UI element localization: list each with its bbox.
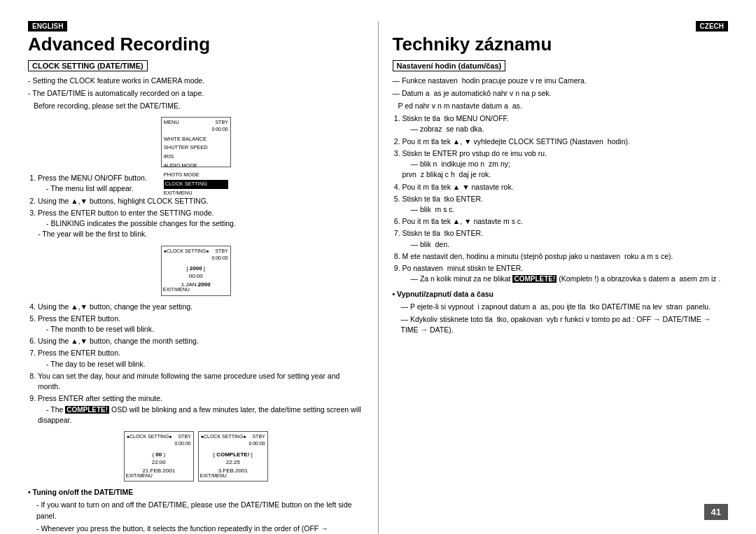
- left-section-heading: CLOCK SETTING (DATE/TIME): [28, 60, 148, 71]
- screen-row-1: MENU STBY0:00:00 WHITE BALANCE SHUTTER S…: [28, 117, 364, 167]
- right-column: CZECH Techniky záznamu Nastavení hodin (…: [379, 21, 729, 534]
- left-intro-3: Before recording, please set the DATE/TI…: [28, 101, 364, 111]
- right-step-5: Stiskn te tla tko ENTER.— blik m s c.: [402, 194, 729, 215]
- right-section-heading: Nastavení hodin (datum/čas): [393, 60, 506, 71]
- left-step-9: Press ENTER after setting the minute. - …: [38, 393, 364, 426]
- right-bullet-vypnuti: • Vypnutí/zapnutí data a času — P ejete-…: [393, 289, 729, 336]
- left-title: Advanced Recording: [28, 34, 364, 55]
- screen-complete: ●CLOCK SETTING● STBY0:00:00 [ COMPLETE! …: [198, 431, 268, 482]
- left-intro-1: - Setting the CLOCK feature works in CAM…: [28, 76, 364, 86]
- right-step-4: Pou it m tla tek ▲ ▼ nastavte rok.: [402, 182, 729, 192]
- left-steps-list-2: Using the ▲,▼ button, change the year se…: [28, 302, 364, 426]
- right-title: Techniky záznamu: [393, 34, 729, 55]
- left-step-7: Press the ENTER button.- The day to be r…: [38, 348, 364, 369]
- right-intro-2: — Datum a as je automatickô nahr v n na …: [393, 88, 729, 99]
- left-step-8: You can set the day, hour and minute fol…: [38, 371, 364, 392]
- left-step-5: Press the ENTER button.- The month to be…: [38, 314, 364, 335]
- right-intro-1: — Funkce nastaven hodin pracuje pouze v …: [393, 76, 729, 86]
- left-bullet-tuning: • Tuning on/off the DATE/TIME - If you w…: [28, 487, 364, 534]
- screen-menu: MENU STBY0:00:00 WHITE BALANCE SHUTTER S…: [161, 117, 231, 167]
- screen-row-2: ●CLOCK SETTING● STBY0:00:00 [ 2000 ] 00:…: [28, 246, 364, 296]
- left-column: ENGLISH Advanced Recording CLOCK SETTING…: [28, 21, 379, 534]
- screen-row-3: ●CLOCK SETTING● STBY0:00:00 ( 00 ) 22:00…: [28, 431, 364, 482]
- left-content: - Setting the CLOCK feature works in CAM…: [28, 76, 364, 534]
- right-step-8: M ete nastavit den, hodinu a minutu (ste…: [402, 251, 729, 262]
- left-step-6: Using the ▲,▼ button, change the month s…: [38, 336, 364, 346]
- right-step-1: Stiskn te tla tko MENU ON/OFF.— zobraz s…: [402, 113, 729, 134]
- right-intro-3: P ed nahr v n m nastavte datum a as.: [393, 101, 729, 111]
- left-lang-badge: ENGLISH: [28, 21, 364, 34]
- right-steps-list: Stiskn te tla tko MENU ON/OFF.— zobraz s…: [393, 113, 729, 285]
- left-step-3: Press the ENTER button to enter the SETT…: [38, 208, 364, 240]
- right-content: — Funkce nastaven hodin pracuje pouze v …: [393, 76, 729, 336]
- right-step-9: Po nastaven minut stiskn te ENTER. — Za …: [402, 263, 729, 285]
- screen-year: ●CLOCK SETTING● STBY0:00:00 [ 2000 ] 00:…: [161, 246, 231, 296]
- screen-month: ●CLOCK SETTING● STBY0:00:00 ( 00 ) 22:00…: [124, 431, 194, 482]
- right-lang-badge-wrapper: CZECH: [393, 21, 729, 34]
- right-step-6: Pou it m tla tek ▲, ▼ nastavte m s c.: [402, 216, 729, 227]
- page-number: 41: [704, 504, 728, 520]
- right-step-7: Stiskn te tla tko ENTER.— blik den.: [402, 228, 729, 249]
- right-step-2: Pou it m tla tek ▲, ▼ vyhledejte CLOCK S…: [402, 136, 729, 147]
- right-step-3: Stiskn te ENTER pro vstup do re imu vob …: [402, 148, 729, 181]
- left-step-4: Using the ▲,▼ button, change the year se…: [38, 302, 364, 312]
- left-intro-2: - The DATE/TIME is automatically recorde…: [28, 88, 364, 99]
